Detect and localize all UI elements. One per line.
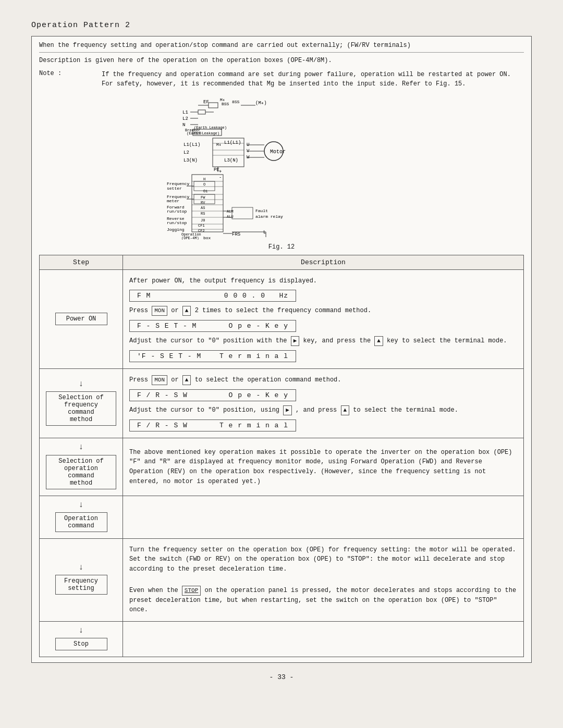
desc-cell-freq-set: Turn the frequency setter on the operati…	[123, 538, 524, 621]
note-row: Note : If the frequency and operation co…	[39, 70, 524, 89]
svg-text:J0: J0	[201, 218, 205, 223]
svg-text:Fault: Fault	[255, 208, 268, 213]
note-text: If the frequency and operation command a…	[102, 70, 524, 89]
desc-cell-op-cmd	[123, 496, 524, 538]
svg-text:ALM: ALM	[227, 209, 234, 214]
stop-box: STOP	[182, 586, 201, 596]
step-arrow-4: ↓	[46, 563, 116, 573]
step-cell-op-cmd: ↓ Operationcommand	[40, 496, 123, 538]
svg-text:L2: L2	[183, 150, 189, 155]
step-box-freq-sel: Selection offrequency commandmethod	[46, 391, 116, 426]
display-fr-sw-left: F / R - S W	[137, 391, 229, 399]
right-key-2: ▶	[283, 405, 292, 415]
step-box-power-on: Power ON	[55, 313, 107, 325]
svg-text:L1: L1	[182, 110, 188, 115]
mon-key-2: MON	[152, 375, 167, 385]
circuit-diagram: EF M₄ BSS 8SS (M₄) L1 L2 N ELB (Earth Le…	[39, 94, 524, 241]
step-cell-freq-sel: ↓ Selection offrequency commandmethod	[40, 369, 123, 438]
step-box-op-cmd: Operationcommand	[55, 512, 107, 532]
svg-text:H: H	[203, 177, 205, 181]
svg-text:RS: RS	[201, 212, 205, 216]
display-fr-sw2-right: T e r m i n a l	[219, 422, 288, 429]
display-fr-sw2: F / R - S W T e r m i n a l	[129, 419, 296, 431]
svg-text:AS: AS	[201, 206, 205, 210]
svg-text:8SS: 8SS	[232, 100, 240, 104]
step-cell-freq-set: ↓ Frequencysetting	[40, 538, 123, 621]
step-box-stop: Stop	[55, 638, 107, 650]
step-cell-power-on: Power ON	[40, 269, 123, 369]
step-arrow-3: ↓	[46, 500, 116, 510]
step-cell-op-sel: ↓ Selection ofoperation commandmethod	[40, 438, 123, 496]
display-fset-m: F - S E T - M O p e - K e y	[129, 320, 296, 332]
table-row: Power ON After power ON, the output freq…	[40, 269, 524, 369]
circuit-svg: EF M₄ BSS 8SS (M₄) L1 L2 N ELB (Earth Le…	[39, 94, 524, 240]
display-fset-m-right: O p e - K e y	[229, 322, 288, 330]
fig-label: Fig. 12	[39, 243, 524, 251]
desc-freq-set: Turn the frequency setter on the operati…	[129, 545, 517, 574]
display-fset-m2: 'F - S E T - M T e r m i n a l	[129, 350, 296, 362]
step-arrow-2: ↓	[46, 442, 116, 452]
step-box-op-sel: Selection ofoperation commandmethod	[46, 455, 116, 489]
desc-after-power-on: After power ON, the output frequency is …	[129, 276, 517, 286]
table-row: ↓ Selection offrequency commandmethod Pr…	[40, 369, 524, 438]
right-key-1: ▶	[291, 336, 300, 346]
svg-text:ALU: ALU	[227, 215, 234, 219]
mon-key-1: MON	[152, 306, 167, 316]
svg-rect-76	[232, 207, 253, 219]
svg-text:Breaker: Breaker	[185, 128, 200, 132]
svg-text:meter: meter	[167, 199, 179, 203]
table-row: ↓ Frequencysetting Turn the frequency se…	[40, 538, 524, 621]
svg-text:M₄: M₄	[216, 142, 222, 147]
table-row: ↓ Operationcommand	[40, 496, 524, 538]
up-key-3: ▲	[182, 375, 191, 385]
svg-rect-10	[198, 110, 205, 114]
display-fset-m2-left: 'F - S E T - M	[137, 352, 219, 360]
desc-press-mon-1: Press MON or ▲ 2 times to select the fre…	[129, 306, 517, 316]
svg-text:BSS: BSS	[222, 102, 229, 106]
desc-key-op: The above mentioned key operation makes …	[129, 448, 517, 486]
svg-text:RV: RV	[201, 201, 205, 205]
display-fm-left: F M	[137, 292, 224, 300]
display-fset-m2-right: T e r m i n a l	[219, 352, 288, 360]
table-row: ↓ Selection ofoperation commandmethod Th…	[40, 438, 524, 496]
display-fm-right: 0 0 0 . 0 Hz	[224, 292, 288, 300]
svg-text:Motor: Motor	[270, 149, 286, 155]
svg-rect-3	[209, 103, 218, 108]
svg-rect-56	[192, 175, 223, 232]
note-label: Note :	[39, 70, 102, 77]
svg-text:L2: L2	[182, 116, 188, 121]
svg-text:(OPE-4M): (OPE-4M)	[181, 236, 199, 240]
svg-text:run/stop: run/stop	[167, 220, 187, 225]
desc-cell-stop	[123, 621, 524, 657]
main-box: When the frequency setting and operation…	[31, 36, 532, 663]
col-header-step: Step	[40, 255, 123, 269]
svg-text:EF: EF	[203, 100, 209, 105]
svg-text:FRS: FRS	[232, 232, 240, 237]
svg-text:Oi: Oi	[203, 189, 207, 193]
up-key-2: ▲	[374, 336, 383, 346]
desc-cell-power-on: After power ON, the output frequency is …	[123, 269, 524, 369]
desc-adjust-cursor-2: Adjust the cursor to "0" position, using…	[129, 405, 517, 415]
svg-text:Frequency: Frequency	[167, 181, 189, 186]
svg-text:L3(N): L3(N)	[224, 158, 238, 163]
display-fr-sw2-left: F / R - S W	[137, 422, 219, 429]
step-table: Step Description Power ON After power ON…	[39, 255, 524, 657]
step-arrow-5: ↓	[46, 626, 116, 636]
svg-text:CF1: CF1	[198, 224, 205, 228]
display-fr-sw-right: O p e - K e y	[229, 391, 288, 399]
display-fm: F M 0 0 0 . 0 Hz	[129, 290, 296, 302]
svg-text:(M₄): (M₄)	[255, 101, 267, 106]
svg-text:FW: FW	[201, 195, 205, 200]
display-fr-sw: F / R - S W O p e - K e y	[129, 389, 296, 401]
svg-text:Jogging: Jogging	[167, 227, 185, 232]
svg-text:L1(L1): L1(L1)	[224, 140, 241, 145]
svg-text:alarm relay: alarm relay	[255, 214, 283, 219]
table-row: ↓ Stop	[40, 621, 524, 657]
svg-text:N: N	[182, 122, 185, 128]
desc-cell-op-sel: The above mentioned key operation makes …	[123, 438, 524, 496]
page-number: - 33 -	[31, 673, 532, 681]
svg-text:L: L	[263, 230, 266, 235]
sub-header: Description is given here of the operati…	[39, 56, 524, 66]
desc-adjust-cursor-1: Adjust the cursor to "0" position with t…	[129, 336, 517, 346]
display-fset-m-left: F - S E T - M	[137, 322, 229, 330]
